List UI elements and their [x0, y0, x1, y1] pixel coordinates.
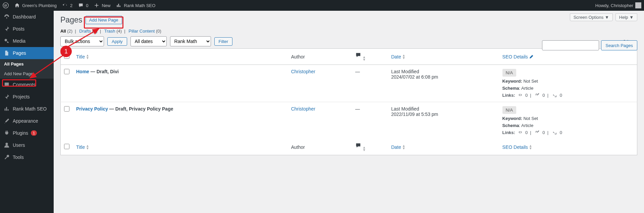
col-title-foot[interactable]: Title ▲▼ [76, 144, 89, 150]
plug-icon [3, 130, 10, 136]
update-icon [62, 2, 68, 8]
plus-icon [94, 2, 100, 8]
select-all-checkbox-bottom[interactable] [64, 144, 69, 149]
svg-point-2 [5, 143, 8, 145]
author-link[interactable]: Christopher [291, 69, 315, 74]
comment-icon [355, 142, 361, 148]
search-input[interactable] [542, 40, 599, 50]
menu-projects[interactable]: Projects [0, 91, 54, 103]
comment-icon [355, 52, 361, 58]
row-seo: N/A Keyword: Not Set Schema: Article Lin… [499, 65, 637, 102]
table-row: Privacy Policy — Draft, Privacy Policy P… [61, 102, 637, 139]
filter-button[interactable]: Filter [214, 37, 233, 46]
incoming-icon [552, 130, 557, 135]
view-trash[interactable]: Trash [104, 29, 115, 34]
col-author-foot: Author [288, 139, 352, 155]
col-date-foot[interactable]: Date ▲▼ [391, 144, 405, 150]
view-filters: All (2) | Drafts (2) | Trash (4) | Pilla… [60, 29, 637, 34]
updates-link[interactable]: 2 [62, 2, 72, 8]
sort-icon: ▲▼ [529, 144, 532, 150]
menu-dashboard[interactable]: Dashboard [0, 11, 54, 23]
pencil-icon [529, 54, 534, 59]
dashboard-icon [3, 13, 10, 20]
rankmath-toolbar-link[interactable]: Rank Math SEO [116, 2, 155, 8]
pin-icon [3, 93, 10, 100]
help-button[interactable]: Help ▼ [615, 13, 637, 21]
col-seo[interactable]: SEO Details [502, 54, 534, 59]
comments-link[interactable]: 0 [78, 2, 88, 8]
row-checkbox[interactable] [64, 69, 69, 74]
updates-count: 2 [70, 3, 72, 8]
avatar-icon [635, 2, 641, 8]
link-icon [518, 93, 523, 98]
menu-plugins[interactable]: Plugins 1 [0, 127, 54, 139]
col-date[interactable]: Date ▲▼ [391, 54, 405, 59]
howdy-text: Howdy, Christopher [595, 3, 633, 8]
row-title-link[interactable]: Home [76, 69, 89, 74]
bulk-actions-select[interactable]: Bulk actions [60, 36, 104, 46]
seo-badge: N/A [502, 106, 517, 114]
wordpress-icon [3, 2, 9, 8]
menu-comments[interactable]: Comments [0, 79, 54, 91]
col-author: Author [288, 49, 352, 65]
chart-icon [116, 2, 122, 8]
date-filter-select[interactable]: All dates [130, 36, 167, 46]
sort-icon: ▲▼ [402, 144, 406, 150]
pin-icon [3, 26, 10, 32]
brush-icon [3, 118, 10, 124]
new-content-link[interactable]: New [94, 2, 110, 8]
select-all-checkbox[interactable] [64, 53, 69, 59]
post-state: — Draft, Divi [91, 69, 119, 74]
view-drafts[interactable]: Drafts [79, 29, 91, 34]
menu-rankmath[interactable]: Rank Math SEO [0, 103, 54, 115]
home-icon [14, 2, 20, 8]
page-icon [3, 50, 10, 56]
search-button[interactable]: Search Pages [601, 40, 637, 50]
menu-users[interactable]: Users [0, 139, 54, 151]
sort-icon: ▲▼ [363, 146, 366, 152]
admin-toolbar: Green's Plumbing 2 0 New Rank Math SEO [0, 0, 644, 11]
rankmath-filter-select[interactable]: Rank Math [170, 36, 211, 46]
col-seo-foot[interactable]: SEO Details ▲▼ [502, 144, 532, 150]
row-date: Last Modified2024/07/02 at 6:08 pm [388, 65, 499, 102]
incoming-icon [552, 93, 557, 98]
screen-options-button[interactable]: Screen Options ▼ [570, 13, 613, 21]
site-name-link[interactable]: Green's Plumbing [14, 2, 57, 8]
row-comments: — [352, 102, 388, 139]
search-box: Search Pages [542, 40, 637, 50]
menu-posts[interactable]: Posts [0, 23, 54, 35]
row-title-link[interactable]: Privacy Policy [76, 106, 108, 112]
rankmath-label: Rank Math SEO [124, 3, 155, 8]
wrench-icon [3, 154, 10, 161]
row-checkbox[interactable] [64, 106, 69, 112]
menu-appearance[interactable]: Appearance [0, 115, 54, 127]
comment-icon [3, 81, 10, 88]
comments-count: 0 [86, 3, 88, 8]
add-new-page-button[interactable]: Add New Page [86, 16, 122, 24]
external-icon [535, 93, 540, 98]
submenu-all-pages[interactable]: All Pages [0, 59, 54, 69]
author-link[interactable]: Christopher [291, 106, 315, 112]
link-icon [518, 130, 523, 135]
my-account-link[interactable]: Howdy, Christopher [595, 2, 641, 8]
view-pillar[interactable]: Pillar Content [128, 29, 155, 34]
pages-submenu: All Pages Add New Page [0, 59, 54, 79]
menu-media[interactable]: Media [0, 35, 54, 47]
submenu-add-new-page[interactable]: Add New Page [0, 69, 54, 79]
media-icon [3, 38, 10, 44]
post-state: — Draft, Privacy Policy Page [109, 106, 173, 112]
menu-tools[interactable]: Tools [0, 151, 54, 162]
sort-icon: ▲▼ [86, 144, 89, 150]
menu-pages[interactable]: Pages [0, 47, 54, 59]
col-comments-foot[interactable]: ▲▼ [352, 139, 388, 155]
sort-icon: ▲▼ [363, 56, 366, 61]
view-all[interactable]: All [60, 29, 66, 34]
sort-icon: ▲▼ [402, 54, 406, 59]
apply-button[interactable]: Apply [107, 37, 127, 46]
user-icon [3, 142, 10, 148]
wp-logo[interactable] [3, 2, 9, 8]
chart-icon [3, 105, 10, 112]
seo-badge: N/A [502, 69, 517, 77]
col-comments[interactable]: ▲▼ [352, 49, 388, 65]
col-title[interactable]: Title ▲▼ [76, 54, 89, 59]
